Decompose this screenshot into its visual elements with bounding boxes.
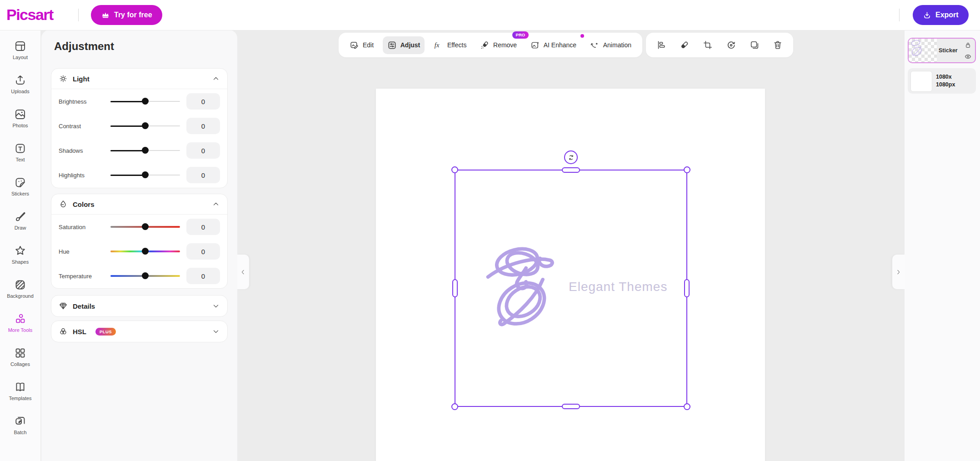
picsart-logo[interactable]: Picsart (6, 6, 53, 24)
left-toolbar-rail: Layout Uploads Photos Text Stickers Draw… (0, 30, 41, 461)
gem-icon (59, 301, 68, 311)
slider-value: 0 (186, 167, 220, 183)
hue-slider[interactable] (110, 248, 180, 255)
tool-adjust[interactable]: Adjust (383, 36, 425, 54)
slider-knob[interactable] (142, 98, 149, 105)
slider-knob[interactable] (142, 171, 149, 178)
slider-knob[interactable] (142, 248, 149, 255)
export-label: Export (935, 11, 959, 19)
slider-row-contrast: Contrast 0 (51, 114, 227, 138)
details-section-header[interactable]: Details (51, 296, 227, 316)
text-icon (14, 142, 26, 155)
resize-handle-left[interactable] (452, 279, 458, 297)
saturation-slider[interactable] (110, 223, 180, 230)
temperature-slider[interactable] (110, 272, 180, 280)
chevron-left-icon (240, 269, 246, 276)
brightness-slider[interactable] (110, 98, 180, 105)
sidebar-item-layout[interactable]: Layout (0, 40, 41, 74)
chevron-up-icon[interactable] (212, 200, 220, 208)
layer-name: Sticker (939, 47, 958, 54)
tool-ai-enhance[interactable]: AI Enhance (526, 36, 581, 54)
slider-knob[interactable] (142, 223, 149, 230)
chevron-down-icon[interactable] (212, 302, 220, 310)
crop-button[interactable] (700, 37, 715, 53)
resize-handle-top-left[interactable] (451, 166, 458, 173)
chevron-down-icon[interactable] (212, 327, 220, 336)
sidebar-item-shapes[interactable]: Shapes (0, 245, 41, 279)
export-button[interactable]: Export (913, 5, 969, 25)
toggle-visibility-button[interactable] (964, 53, 972, 60)
rotate-handle[interactable] (564, 150, 578, 164)
pro-badge: PRO (512, 31, 529, 39)
layer-sticker[interactable]: Sticker (908, 38, 976, 63)
light-section-header[interactable]: Light (51, 69, 227, 89)
sidebar-item-draw[interactable]: Draw (0, 210, 41, 245)
resize-handle-top-right[interactable] (684, 166, 690, 173)
sidebar-item-text[interactable]: Text (0, 142, 41, 176)
picsart-editor: Picsart Try for free Export Layout Uploa… (0, 0, 980, 461)
highlights-slider[interactable] (110, 171, 180, 179)
delete-button[interactable] (770, 37, 785, 53)
slider-label: Hue (59, 248, 110, 255)
eraser-button[interactable] (677, 37, 692, 53)
sidebar-item-photos[interactable]: Photos (0, 108, 41, 142)
layout-icon (14, 40, 26, 52)
shadows-slider[interactable] (110, 147, 180, 154)
resize-handle-right[interactable] (684, 279, 690, 297)
hsl-section-header[interactable]: HSL PLUS (51, 321, 227, 342)
try-for-free-button[interactable]: Try for free (91, 5, 162, 25)
sidebar-item-collages[interactable]: Collages (0, 347, 41, 381)
sidebar-item-label: Templates (9, 396, 31, 401)
hsl-circles-icon (59, 327, 68, 336)
tool-remove[interactable]: Remove PRO (475, 36, 521, 54)
slider-value: 0 (186, 118, 220, 134)
align-icon (656, 40, 666, 50)
lock-layer-button[interactable] (964, 41, 972, 49)
droplet-icon (59, 200, 68, 209)
brush-icon (14, 210, 26, 223)
slider-row-highlights: Highlights 0 (51, 163, 227, 187)
collapse-left-panel-button[interactable] (237, 255, 249, 289)
align-button[interactable] (654, 37, 669, 53)
sticker-selection-box[interactable] (455, 170, 687, 407)
sidebar-item-uploads[interactable]: Uploads (0, 74, 41, 108)
sidebar-item-stickers[interactable]: Stickers (0, 176, 41, 210)
download-icon (923, 11, 931, 20)
sidebar-item-label: Uploads (11, 89, 29, 94)
slider-knob[interactable] (142, 272, 149, 279)
tool-effects[interactable]: fx Effects (429, 36, 471, 54)
slider-row-saturation: Saturation 0 (51, 215, 227, 239)
adjust-icon (387, 40, 397, 50)
resize-handle-bottom-right[interactable] (684, 403, 690, 410)
slider-knob[interactable] (142, 147, 149, 154)
duplicate-button[interactable] (747, 37, 762, 53)
sidebar-item-more-tools[interactable]: More Tools (0, 313, 41, 347)
sidebar-item-label: Stickers (11, 191, 29, 196)
hsl-section: HSL PLUS (51, 321, 228, 342)
sticker-thumbnail-glyph (909, 39, 924, 57)
resize-handle-bottom-left[interactable] (451, 403, 458, 410)
object-actions-toolbar (646, 33, 793, 57)
section-title: Light (73, 75, 90, 83)
panel-title: Adjustment (54, 40, 114, 53)
colors-section-header[interactable]: Colors (51, 194, 227, 214)
layer-background[interactable]: 1080x 1080px (908, 68, 976, 94)
slider-knob[interactable] (142, 122, 149, 129)
lock-icon (964, 41, 972, 49)
sidebar-item-background[interactable]: Background (0, 279, 41, 313)
tool-animation[interactable]: Animation (585, 36, 636, 54)
plus-badge: PLUS (95, 328, 116, 336)
sidebar-item-batch[interactable]: Batch (0, 415, 41, 449)
chevron-up-icon[interactable] (212, 75, 220, 83)
collapse-right-panel-button[interactable] (892, 255, 905, 289)
rotate-icon (726, 40, 736, 50)
upload-icon (14, 74, 26, 86)
contrast-slider[interactable] (110, 122, 180, 130)
sidebar-item-templates[interactable]: Templates (0, 381, 41, 415)
top-bar: Picsart Try for free Export (0, 0, 980, 30)
resize-handle-top[interactable] (562, 167, 580, 173)
tool-edit[interactable]: Edit (345, 36, 378, 54)
rotate-flip-button[interactable] (724, 37, 739, 53)
slider-label: Contrast (59, 123, 110, 130)
resize-handle-bottom[interactable] (562, 404, 580, 409)
